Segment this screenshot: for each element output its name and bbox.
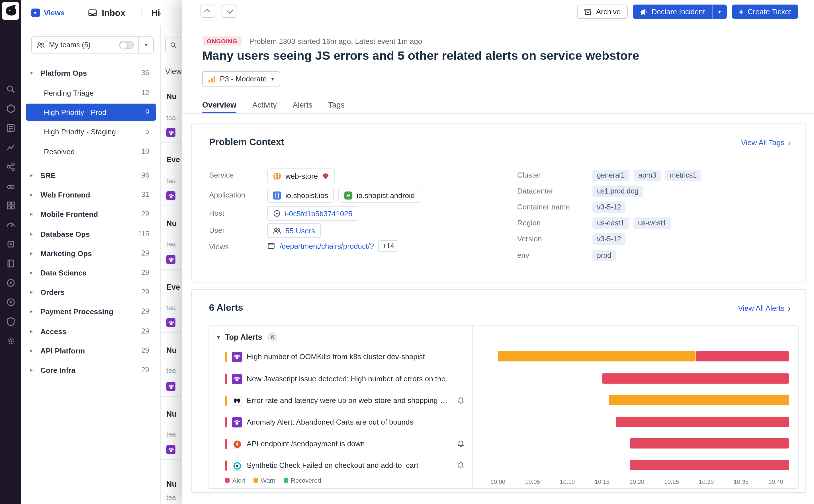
chevron-right-icon[interactable]: ▸ — [30, 308, 38, 314]
tag[interactable]: us1.prod.dog — [592, 186, 643, 197]
declare-incident-button[interactable]: Declare Incident — [633, 5, 712, 19]
sidebar-item-sre[interactable]: ▸ SRE 96 — [26, 167, 156, 184]
application-pill-android[interactable]: io.shopist.android — [338, 188, 420, 203]
list-item-title[interactable]: Nu — [166, 92, 176, 101]
users-pill[interactable]: 55 Users — [267, 223, 321, 238]
sidebar-item-web-frontend[interactable]: ▸ Web Frontend 31 — [26, 186, 156, 203]
chevron-right-icon[interactable]: ▸ — [30, 328, 38, 334]
tag[interactable]: v3-5-12 — [592, 233, 626, 245]
create-ticket-button[interactable]: + Create Ticket — [732, 5, 798, 19]
list-item-title[interactable]: Eve — [166, 155, 180, 164]
priority-dropdown[interactable]: P3 - Moderate ▾ — [202, 71, 280, 87]
sidebar-item-data-science[interactable]: ▸ Data Science 29 — [26, 264, 156, 281]
chevron-right-icon[interactable]: ▸ — [30, 211, 38, 217]
tab-inbox[interactable]: Inbox — [87, 8, 125, 18]
my-teams-filter[interactable]: My teams (5) ▾ — [31, 36, 154, 54]
tag[interactable]: prod — [592, 250, 616, 261]
tag[interactable]: general1 — [592, 170, 629, 181]
timeline-segment-alert[interactable] — [630, 438, 789, 449]
chevron-right-icon[interactable]: ▸ — [30, 231, 38, 237]
view-all-tags-link[interactable]: View All Tags › — [741, 138, 791, 147]
chevron-right-icon[interactable]: ▸ — [30, 367, 38, 373]
chevron-down-icon[interactable]: ▾ — [30, 70, 38, 76]
chevron-right-icon[interactable]: ▸ — [30, 192, 38, 198]
list-item-title[interactable]: Nu — [166, 346, 176, 355]
alert-row[interactable]: Synthetic Check Failed on checkout and a… — [209, 455, 473, 476]
timeline-segment-alert[interactable] — [696, 351, 789, 361]
sidebar-item-payment-processing[interactable]: ▸ Payment Processing 29 — [26, 303, 156, 320]
chevron-right-icon[interactable]: ▸ — [30, 172, 38, 178]
tab-views[interactable]: ▸ Views — [31, 9, 65, 17]
declare-incident-caret-button[interactable]: ▾ — [712, 5, 727, 19]
tag[interactable]: v3-5-12 — [592, 201, 626, 213]
infrastructure-icon[interactable] — [5, 104, 16, 114]
bell-icon[interactable] — [457, 439, 465, 450]
sidebar-item-resolved[interactable]: Resolved 10 — [26, 143, 156, 160]
tag[interactable]: us-west1 — [634, 217, 671, 229]
monitors-icon[interactable] — [5, 220, 16, 230]
view-all-alerts-link[interactable]: View All Alerts › — [738, 304, 791, 312]
list-item-title[interactable]: Nu — [166, 480, 176, 488]
views-more-pill[interactable]: +14 — [379, 240, 398, 252]
previous-issue-button[interactable] — [200, 5, 215, 18]
sidebar-item-access[interactable]: ▸ Access 29 — [26, 323, 156, 340]
alert-row[interactable]: Anomaly Alert: Abandoned Carts are out o… — [209, 412, 473, 433]
chevron-down-icon[interactable]: ▾ — [217, 334, 220, 340]
tab-tags[interactable]: Tags — [328, 101, 345, 114]
alert-row[interactable]: API endpoint /sendpayment is down — [209, 433, 473, 455]
synthetics-icon[interactable] — [5, 278, 16, 288]
sidebar-item-marketing-ops[interactable]: ▸ Marketing Ops 29 — [26, 245, 156, 262]
list-item-title[interactable]: Nu — [166, 410, 176, 418]
bell-icon[interactable] — [457, 461, 465, 471]
integrations-icon[interactable] — [5, 239, 16, 249]
my-teams-toggle[interactable] — [119, 41, 134, 49]
apm-icon[interactable] — [5, 162, 16, 172]
watchdog-icon[interactable] — [5, 181, 16, 191]
application-pill-ios[interactable]: io.shopist.ios — [267, 188, 334, 203]
metrics-icon[interactable] — [5, 142, 16, 153]
bell-icon[interactable] — [457, 396, 465, 406]
service-pill[interactable]: web-store — [267, 168, 335, 183]
chevron-right-icon[interactable]: ▸ — [30, 289, 38, 295]
logs-icon[interactable] — [5, 123, 16, 133]
tag[interactable]: us-east1 — [592, 217, 629, 229]
datadog-logo[interactable] — [2, 2, 19, 20]
sidebar-item-orders[interactable]: ▸ Orders 29 — [26, 283, 156, 301]
sidebar-item-core-infra[interactable]: ▸ Core Infra 29 — [26, 361, 156, 378]
notebooks-icon[interactable] — [5, 258, 16, 269]
settings-gear-icon[interactable] — [5, 336, 16, 346]
views-path[interactable]: /department/chairs/product/? — [280, 242, 374, 250]
archive-button[interactable]: Archive — [577, 5, 628, 19]
sidebar-item-api-platform[interactable]: ▸ API Platform 29 — [26, 342, 156, 359]
alert-row[interactable]: High number of OOMKills from k8s cluster… — [209, 346, 473, 368]
timeline-segment-alert[interactable] — [602, 373, 789, 384]
my-teams-caret-button[interactable]: ▾ — [138, 37, 153, 53]
list-item-title[interactable]: Nu — [166, 219, 176, 228]
tab-alerts[interactable]: Alerts — [293, 101, 313, 114]
tab-overview[interactable]: Overview — [202, 101, 237, 114]
search-icon[interactable] — [5, 84, 16, 94]
security-icon[interactable] — [5, 316, 16, 327]
sidebar-item-high-priority-staging[interactable]: High Priority - Staging 5 — [26, 123, 156, 140]
sidebar-item-high-priority-prod[interactable]: High Priority - Prod 9 — [26, 104, 156, 121]
list-item-title[interactable]: Eve — [166, 283, 180, 291]
timeline-segment-alert[interactable] — [630, 460, 789, 470]
chevron-right-icon[interactable]: ▸ — [30, 250, 38, 256]
host-pill[interactable]: i-0c5fd1b5b3741025 — [267, 206, 358, 221]
tag[interactable]: apm3 — [634, 170, 661, 181]
dashboards-icon[interactable] — [5, 200, 16, 211]
chevron-right-icon[interactable]: ▸ — [30, 348, 38, 353]
tab-activity[interactable]: Activity — [252, 101, 277, 114]
chevron-right-icon[interactable]: ▸ — [30, 270, 38, 275]
my-teams-main[interactable]: My teams (5) — [32, 37, 138, 53]
sidebar-item-mobile-frontend[interactable]: ▸ Mobile Frontend 29 — [26, 205, 156, 223]
timeline-segment-warn[interactable] — [609, 395, 789, 405]
alert-row[interactable]: Error rate and latency were up on web-st… — [209, 390, 473, 412]
tag[interactable]: metrics1 — [665, 170, 701, 181]
sidebar-item-pending-triage[interactable]: Pending Triage 12 — [26, 84, 156, 101]
timeline-segment-alert[interactable] — [616, 417, 789, 427]
timeline-segment-warn[interactable] — [498, 351, 695, 361]
sidebar-item-database-ops[interactable]: ▸ Database Ops 115 — [26, 225, 156, 242]
alert-row[interactable]: New Javascript issue detected: High numb… — [209, 368, 473, 390]
next-issue-button[interactable] — [222, 5, 237, 18]
